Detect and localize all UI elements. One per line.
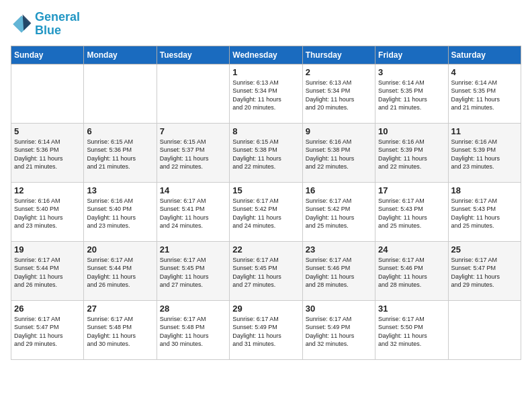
cell-info: Sunrise: 6:17 AM Sunset: 5:46 PM Dayligh… — [378, 256, 445, 289]
calendar-header-row: SundayMondayTuesdayWednesdayThursdayFrid… — [11, 46, 521, 64]
logo-icon — [11, 13, 32, 35]
day-number: 20 — [87, 244, 153, 255]
column-header-tuesday: Tuesday — [157, 46, 229, 64]
cell-info: Sunrise: 6:14 AM Sunset: 5:36 PM Dayligh… — [14, 138, 81, 171]
day-number: 19 — [14, 244, 81, 255]
day-number: 1 — [232, 67, 299, 77]
cell-info: Sunrise: 6:16 AM Sunset: 5:40 PM Dayligh… — [87, 197, 153, 230]
calendar-cell: 18Sunrise: 6:17 AM Sunset: 5:43 PM Dayli… — [448, 182, 521, 241]
calendar-cell: 12Sunrise: 6:16 AM Sunset: 5:40 PM Dayli… — [11, 182, 84, 241]
cell-info: Sunrise: 6:15 AM Sunset: 5:37 PM Dayligh… — [160, 138, 226, 171]
cell-info: Sunrise: 6:17 AM Sunset: 5:44 PM Dayligh… — [87, 256, 153, 289]
cell-info: Sunrise: 6:17 AM Sunset: 5:43 PM Dayligh… — [378, 197, 445, 230]
column-header-saturday: Saturday — [448, 46, 521, 64]
day-number: 11 — [451, 126, 518, 136]
day-number: 12 — [14, 185, 81, 195]
cell-info: Sunrise: 6:16 AM Sunset: 5:38 PM Dayligh… — [306, 138, 372, 171]
calendar-week-4: 19Sunrise: 6:17 AM Sunset: 5:44 PM Dayli… — [11, 241, 521, 300]
calendar-cell: 5Sunrise: 6:14 AM Sunset: 5:36 PM Daylig… — [11, 123, 84, 182]
calendar-cell — [157, 64, 229, 123]
calendar-week-2: 5Sunrise: 6:14 AM Sunset: 5:36 PM Daylig… — [11, 123, 521, 182]
calendar-cell: 19Sunrise: 6:17 AM Sunset: 5:44 PM Dayli… — [11, 241, 84, 300]
day-number: 29 — [232, 304, 299, 314]
calendar-cell — [84, 64, 157, 123]
cell-info: Sunrise: 6:17 AM Sunset: 5:44 PM Dayligh… — [14, 256, 81, 289]
cell-info: Sunrise: 6:17 AM Sunset: 5:48 PM Dayligh… — [87, 315, 153, 349]
calendar-cell: 24Sunrise: 6:17 AM Sunset: 5:46 PM Dayli… — [375, 241, 448, 300]
cell-info: Sunrise: 6:17 AM Sunset: 5:50 PM Dayligh… — [378, 315, 445, 349]
day-number: 26 — [14, 304, 81, 314]
cell-info: Sunrise: 6:16 AM Sunset: 5:39 PM Dayligh… — [451, 138, 518, 171]
cell-info: Sunrise: 6:17 AM Sunset: 5:42 PM Dayligh… — [232, 197, 299, 230]
calendar-cell: 28Sunrise: 6:17 AM Sunset: 5:48 PM Dayli… — [157, 300, 229, 359]
day-number: 6 — [87, 126, 153, 136]
calendar-cell: 16Sunrise: 6:17 AM Sunset: 5:42 PM Dayli… — [302, 182, 375, 241]
calendar-cell: 1Sunrise: 6:13 AM Sunset: 5:34 PM Daylig… — [230, 64, 302, 123]
column-header-wednesday: Wednesday — [230, 46, 302, 64]
calendar-cell: 27Sunrise: 6:17 AM Sunset: 5:48 PM Dayli… — [84, 300, 157, 359]
day-number: 5 — [14, 126, 81, 136]
day-number: 10 — [378, 126, 445, 136]
cell-info: Sunrise: 6:16 AM Sunset: 5:40 PM Dayligh… — [14, 197, 81, 230]
day-number: 30 — [306, 304, 372, 314]
calendar-cell: 30Sunrise: 6:17 AM Sunset: 5:49 PM Dayli… — [302, 300, 375, 359]
page-header: General Blue — [11, 11, 521, 38]
calendar-cell: 22Sunrise: 6:17 AM Sunset: 5:45 PM Dayli… — [230, 241, 302, 300]
calendar-cell — [448, 300, 521, 359]
day-number: 3 — [378, 67, 445, 77]
column-header-sunday: Sunday — [11, 46, 84, 64]
calendar-cell: 8Sunrise: 6:15 AM Sunset: 5:38 PM Daylig… — [230, 123, 302, 182]
calendar-week-5: 26Sunrise: 6:17 AM Sunset: 5:47 PM Dayli… — [11, 300, 521, 359]
cell-info: Sunrise: 6:14 AM Sunset: 5:35 PM Dayligh… — [378, 79, 445, 112]
day-number: 8 — [232, 126, 299, 136]
calendar-cell: 17Sunrise: 6:17 AM Sunset: 5:43 PM Dayli… — [375, 182, 448, 241]
cell-info: Sunrise: 6:17 AM Sunset: 5:47 PM Dayligh… — [14, 315, 81, 349]
calendar-cell: 9Sunrise: 6:16 AM Sunset: 5:38 PM Daylig… — [302, 123, 375, 182]
day-number: 13 — [87, 185, 153, 195]
calendar-cell: 4Sunrise: 6:14 AM Sunset: 5:35 PM Daylig… — [448, 64, 521, 123]
day-number: 4 — [451, 67, 518, 77]
calendar-cell — [11, 64, 84, 123]
calendar-cell: 3Sunrise: 6:14 AM Sunset: 5:35 PM Daylig… — [375, 64, 448, 123]
cell-info: Sunrise: 6:16 AM Sunset: 5:39 PM Dayligh… — [378, 138, 445, 171]
calendar-cell: 23Sunrise: 6:17 AM Sunset: 5:46 PM Dayli… — [302, 241, 375, 300]
day-number: 31 — [378, 304, 445, 314]
day-number: 22 — [232, 244, 299, 255]
day-number: 18 — [451, 185, 518, 195]
cell-info: Sunrise: 6:13 AM Sunset: 5:34 PM Dayligh… — [306, 79, 372, 112]
day-number: 17 — [378, 185, 445, 195]
day-number: 2 — [306, 67, 372, 77]
calendar-cell: 21Sunrise: 6:17 AM Sunset: 5:45 PM Dayli… — [157, 241, 229, 300]
day-number: 27 — [87, 304, 153, 314]
cell-info: Sunrise: 6:15 AM Sunset: 5:36 PM Dayligh… — [87, 138, 153, 171]
day-number: 9 — [306, 126, 372, 136]
calendar-cell: 15Sunrise: 6:17 AM Sunset: 5:42 PM Dayli… — [230, 182, 302, 241]
cell-info: Sunrise: 6:14 AM Sunset: 5:35 PM Dayligh… — [451, 79, 518, 112]
calendar-cell: 10Sunrise: 6:16 AM Sunset: 5:39 PM Dayli… — [375, 123, 448, 182]
logo: General Blue — [11, 11, 80, 38]
calendar-cell: 2Sunrise: 6:13 AM Sunset: 5:34 PM Daylig… — [302, 64, 375, 123]
cell-info: Sunrise: 6:17 AM Sunset: 5:47 PM Dayligh… — [451, 256, 518, 289]
cell-info: Sunrise: 6:17 AM Sunset: 5:49 PM Dayligh… — [306, 315, 372, 349]
day-number: 23 — [306, 244, 372, 255]
cell-info: Sunrise: 6:17 AM Sunset: 5:42 PM Dayligh… — [306, 197, 372, 230]
calendar-week-1: 1Sunrise: 6:13 AM Sunset: 5:34 PM Daylig… — [11, 64, 521, 123]
day-number: 16 — [306, 185, 372, 195]
day-number: 28 — [160, 304, 226, 314]
column-header-friday: Friday — [375, 46, 448, 64]
cell-info: Sunrise: 6:17 AM Sunset: 5:43 PM Dayligh… — [451, 197, 518, 230]
cell-info: Sunrise: 6:17 AM Sunset: 5:46 PM Dayligh… — [306, 256, 372, 289]
calendar-cell: 29Sunrise: 6:17 AM Sunset: 5:49 PM Dayli… — [230, 300, 302, 359]
calendar-cell: 11Sunrise: 6:16 AM Sunset: 5:39 PM Dayli… — [448, 123, 521, 182]
calendar-cell: 7Sunrise: 6:15 AM Sunset: 5:37 PM Daylig… — [157, 123, 229, 182]
day-number: 25 — [451, 244, 518, 255]
cell-info: Sunrise: 6:17 AM Sunset: 5:45 PM Dayligh… — [160, 256, 226, 289]
cell-info: Sunrise: 6:13 AM Sunset: 5:34 PM Dayligh… — [232, 79, 299, 112]
day-number: 14 — [160, 185, 226, 195]
calendar-week-3: 12Sunrise: 6:16 AM Sunset: 5:40 PM Dayli… — [11, 182, 521, 241]
calendar-cell: 26Sunrise: 6:17 AM Sunset: 5:47 PM Dayli… — [11, 300, 84, 359]
calendar-cell: 13Sunrise: 6:16 AM Sunset: 5:40 PM Dayli… — [84, 182, 157, 241]
day-number: 21 — [160, 244, 226, 255]
day-number: 24 — [378, 244, 445, 255]
calendar-cell: 31Sunrise: 6:17 AM Sunset: 5:50 PM Dayli… — [375, 300, 448, 359]
